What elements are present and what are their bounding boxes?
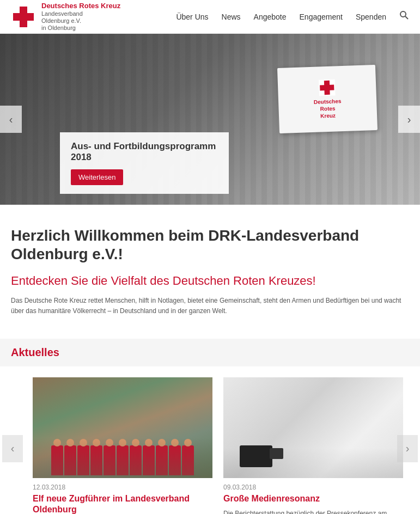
welcome-subtitle: Entdecken Sie die Vielfalt des Deutschen… <box>11 274 403 288</box>
svg-point-3 <box>400 11 406 17</box>
logo-text: Deutsches Rotes Kreuz Landesverband Olde… <box>41 2 120 32</box>
chevron-left-icon: ‹ <box>9 113 13 126</box>
news-card-1-title[interactable]: Elf neue Zugführer im Landesverband Olde… <box>33 493 212 514</box>
person-6 <box>117 445 129 475</box>
hero-paper: DeutschesRotesKreuz <box>277 65 378 133</box>
news-card-2-title[interactable]: Große Medienresonanz <box>223 493 403 505</box>
news-card-1: 12.03.2018 Elf neue Zugführer im Landesv… <box>33 377 212 514</box>
aktuelles-next-button[interactable]: › <box>397 435 418 462</box>
people-silhouette <box>33 418 212 478</box>
news-card-1-date: 12.03.2018 <box>33 484 212 491</box>
news-card-2-image <box>223 377 403 478</box>
nav-news[interactable]: News <box>222 13 241 21</box>
svg-rect-2 <box>13 13 34 21</box>
news-card-2: 09.03.2018 Große Medienresonanz Die Beri… <box>223 377 403 514</box>
person-11 <box>182 445 194 475</box>
logo-line1: Landesverband <box>41 10 120 17</box>
person-5 <box>104 445 115 475</box>
hero-next-button[interactable]: › <box>398 106 420 133</box>
hero-slider: DeutschesRotesKreuz ‹ › Aus- und Fortbil… <box>0 34 420 205</box>
chevron-right-icon: › <box>406 442 410 455</box>
aktuelles-header: Aktuelles <box>0 339 420 366</box>
svg-rect-7 <box>320 84 334 90</box>
person-9 <box>156 445 168 475</box>
hero-weiterlesen-button[interactable]: Weiterlesen <box>71 169 123 185</box>
news-card-2-excerpt: Die Berichterstattung bezüglich der Pres… <box>223 509 403 514</box>
camera-icon <box>240 445 272 467</box>
aktuelles-content: ‹ 12.03.2018 Elf ne <box>0 366 420 514</box>
welcome-section: Herzlich Willkommen beim DRK-Landesverba… <box>0 205 414 333</box>
chevron-left-icon: ‹ <box>11 442 15 455</box>
person-3 <box>77 445 89 475</box>
hero-caption-title: Aus- und Fortbildungsprogramm 2018 <box>71 141 218 163</box>
person-8 <box>143 445 155 475</box>
logo-brand: Deutsches Rotes Kreuz <box>41 2 120 10</box>
hero-prev-button[interactable]: ‹ <box>0 106 22 133</box>
person-10 <box>169 445 181 475</box>
person-4 <box>90 445 102 475</box>
search-icon <box>399 10 409 20</box>
nav-angebote[interactable]: Angebote <box>254 13 287 21</box>
hero-paper-brand: DeutschesRotesKreuz <box>314 97 342 120</box>
svg-line-4 <box>405 16 408 19</box>
hero-paper-cross-icon <box>319 79 336 96</box>
header: Deutsches Rotes Kreuz Landesverband Olde… <box>0 0 420 34</box>
welcome-text: Das Deutsche Rote Kreuz rettet Menschen,… <box>11 296 403 316</box>
logo-line2: Oldenburg e.V. <box>41 17 120 25</box>
nav-spenden[interactable]: Spenden <box>356 13 386 21</box>
hero-caption: Aus- und Fortbildungsprogramm 2018 Weite… <box>60 132 229 194</box>
person-7 <box>130 445 142 475</box>
aktuelles-section: Aktuelles ‹ <box>0 333 420 514</box>
nav-ueber-uns[interactable]: Über Uns <box>176 13 208 21</box>
news-card-1-image <box>33 377 212 478</box>
logo-line3: in Oldenburg <box>41 25 120 32</box>
logo[interactable]: Deutsches Rotes Kreuz Landesverband Olde… <box>11 2 120 32</box>
news-card-2-date: 09.03.2018 <box>223 484 403 491</box>
aktuelles-prev-button[interactable]: ‹ <box>2 435 23 462</box>
person-1 <box>51 445 63 475</box>
aktuelles-title: Aktuelles <box>11 346 59 358</box>
welcome-title: Herzlich Willkommen beim DRK-Landesverba… <box>11 227 403 263</box>
search-button[interactable] <box>399 10 409 23</box>
person-2 <box>64 445 76 475</box>
chevron-right-icon: › <box>407 113 411 126</box>
nav-engagement[interactable]: Engagement <box>300 13 343 21</box>
main-nav: Über Uns News Angebote Engagement Spende… <box>176 10 409 23</box>
drk-cross-icon <box>11 4 36 29</box>
